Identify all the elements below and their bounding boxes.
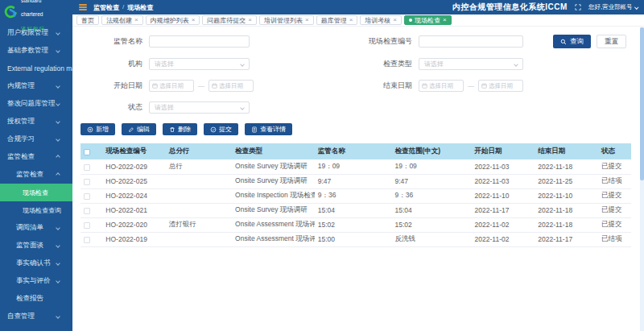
topbar: 监管检查 / 现场检查 内控合规管理信息化系统ICCM 您好,营业部账号	[72, 0, 644, 14]
tab-label: 现场检查	[415, 16, 440, 25]
table-cell: HO-2022-020	[102, 217, 166, 232]
table-row[interactable]: HO-2022-020渣打银行Onsite Assessment 现场评估15:…	[80, 217, 631, 232]
document-icon	[251, 126, 258, 133]
table-cell: 已提交	[598, 188, 631, 203]
tab-label: 法规创建	[106, 16, 132, 25]
sidebar-item-label: 基础参数管理	[7, 46, 48, 56]
sidebar-item-compliance-learning[interactable]: 合规学习	[0, 130, 72, 148]
tab-training-exam[interactable]: 培训考核×	[360, 15, 402, 25]
sidebar-item-label: 事实与评价	[16, 276, 51, 286]
start-date-from-input[interactable]: 选择日期	[149, 80, 194, 92]
sidebar-item-onsite-inspection-query[interactable]: 现场检查查询	[0, 201, 72, 219]
table-cell: Onsite Assessment 现场评估	[232, 232, 315, 246]
table-cell: 已提交	[598, 203, 631, 217]
select-all-checkbox[interactable]	[84, 149, 90, 155]
sidebar-item-fact-confirmation[interactable]: 事实确认书	[0, 254, 72, 272]
edit-button[interactable]: 编辑	[122, 123, 156, 135]
tab-close-icon[interactable]: ×	[393, 17, 397, 23]
end-date-to-input[interactable]: 选择日期	[478, 80, 523, 92]
status-select[interactable]: 请选择	[149, 101, 250, 114]
table-cell	[166, 174, 232, 188]
sidebar-item-internal-rules[interactable]: 内规管理	[0, 77, 72, 95]
status-label: 状态	[80, 102, 149, 113]
row-checkbox[interactable]	[84, 179, 90, 185]
topbar-right: 内控合规管理信息化系统ICCM 您好,营业部账号	[452, 2, 638, 13]
table-cell: 15:02	[391, 217, 471, 232]
tab-close-icon[interactable]: ×	[349, 17, 353, 23]
row-checkbox[interactable]	[84, 164, 90, 171]
form-buttons: 查询 重置	[553, 35, 626, 48]
table-row[interactable]: HO-2022-029总行Onsite Survey 现场调研19：0919：0…	[80, 159, 631, 174]
row-checkbox[interactable]	[84, 237, 90, 243]
sidebar-item-inspection-report[interactable]: 检查报告	[0, 290, 72, 308]
tab-question-bank[interactable]: 题库管理×	[316, 15, 358, 25]
end-date-from-input[interactable]: 选择日期	[419, 80, 464, 92]
table-row[interactable]: HO-2022-021Onsite Survey 现场调研15:0415:042…	[80, 203, 631, 217]
sidebar-item-review-list[interactable]: 调阅清单	[0, 219, 72, 237]
tab-label: 问题库待提交	[207, 16, 246, 25]
search-button[interactable]: 查询	[553, 35, 591, 48]
inspection-no-input[interactable]	[419, 35, 523, 48]
tab-training-list[interactable]: 培训管理列表×	[259, 15, 314, 25]
tab-close-icon[interactable]: ×	[134, 17, 138, 23]
user-menu[interactable]: 您好,营业部账号	[588, 3, 638, 11]
submit-button[interactable]: 提交	[204, 123, 238, 135]
sidebar-item-self-inspection[interactable]: 自查管理	[0, 308, 72, 325]
inspection-type-field: 检查类型 请选择	[350, 58, 523, 70]
hamburger-icon[interactable]	[79, 4, 87, 10]
reset-button[interactable]: 重置	[597, 35, 626, 48]
tab-close-icon[interactable]: ×	[192, 17, 196, 23]
start-date-to-input[interactable]: 选择日期	[208, 80, 254, 92]
sidebar-item-fact-evaluation[interactable]: 事实与评价	[0, 272, 72, 290]
tab-onsite-inspection[interactable]: 现场检查×	[404, 15, 452, 25]
sidebar-item-regulatory-interview[interactable]: 监管面谈	[0, 237, 72, 254]
app-root: standard chartered 渣打银行 用户权限管理基础参数管理Exte…	[0, 0, 644, 331]
supervision-name-label: 监管名称	[80, 36, 149, 47]
sidebar-item-authorization[interactable]: 授权管理	[0, 113, 72, 130]
search-icon	[560, 39, 567, 45]
tab-close-icon[interactable]: ×	[248, 17, 252, 23]
table-cell: Onsite Assessment 现场评估	[232, 217, 315, 232]
row-checkbox[interactable]	[84, 208, 90, 214]
table-row[interactable]: HO-2022-024Onsite Inspection 现场检查9：369：3…	[80, 188, 631, 203]
fullscreen-icon[interactable]	[575, 4, 581, 10]
table-cell: Onsite Survey 现场调研	[232, 174, 315, 188]
sidebar-item-label: 监管检查	[7, 152, 35, 162]
view-detail-button[interactable]: 查看详情	[245, 123, 292, 135]
sidebar-item-regulatory-inspection[interactable]: 监管检查	[0, 148, 72, 166]
delete-button[interactable]: 删除	[163, 123, 197, 135]
inspection-table: 现场检查编号总分行检查类型监管名称检查范围(中文)开始日期结束日期状态 HO-2…	[80, 143, 631, 247]
tab-close-icon[interactable]: ×	[443, 17, 447, 23]
sidebar-item-regulatory-inspection-group[interactable]: 监管检查	[0, 166, 72, 184]
supervision-name-input[interactable]	[149, 35, 250, 48]
plus-circle-icon	[87, 126, 93, 133]
add-button[interactable]: 新增	[80, 123, 115, 135]
chevron-up-icon	[56, 155, 60, 159]
sidebar-item-rectification-issue-db[interactable]: 整改问题库管理	[0, 95, 72, 113]
tab-issue-pending-submit[interactable]: 问题库待提交×	[202, 15, 257, 25]
table-cell: 2022-11-03	[472, 174, 535, 188]
organization-select[interactable]: 请选择	[149, 58, 250, 70]
tab-law-create[interactable]: 法规创建×	[101, 15, 143, 25]
edit-button-label: 编辑	[137, 125, 150, 134]
tab-internal-rule-list[interactable]: 内规维护列表×	[146, 15, 200, 25]
sidebar-item-label: 现场检查	[23, 188, 48, 197]
inspection-type-select[interactable]: 请选择	[419, 58, 523, 70]
breadcrumb-parent[interactable]: 监管检查	[93, 3, 119, 12]
row-checkbox[interactable]	[84, 193, 90, 200]
scrollbar-thumb[interactable]	[640, 27, 644, 180]
table-row[interactable]: HO-2022-025Onsite Survey 现场调研9:479:47202…	[80, 174, 631, 188]
tab-close-icon[interactable]: ×	[305, 17, 309, 23]
chevron-down-icon	[56, 137, 60, 142]
table-cell: 15:02	[315, 217, 392, 232]
sidebar-item-onsite-inspection[interactable]: 现场检查	[0, 184, 72, 201]
table-row[interactable]: HO-2022-019Onsite Assessment 现场评估15:00反洗…	[80, 232, 631, 246]
scrollbar-track[interactable]	[640, 27, 644, 331]
table-cell: HO-2022-025	[102, 174, 166, 188]
tab-home[interactable]: 首页	[76, 15, 99, 25]
sidebar-item-external-regulation[interactable]: External regulation manag	[0, 60, 72, 77]
content: 监管名称 现场检查编号	[72, 27, 644, 331]
row-checkbox[interactable]	[84, 222, 90, 229]
table-cell: 已结项	[598, 174, 631, 188]
sidebar-item-base-params[interactable]: 基础参数管理	[0, 42, 72, 60]
